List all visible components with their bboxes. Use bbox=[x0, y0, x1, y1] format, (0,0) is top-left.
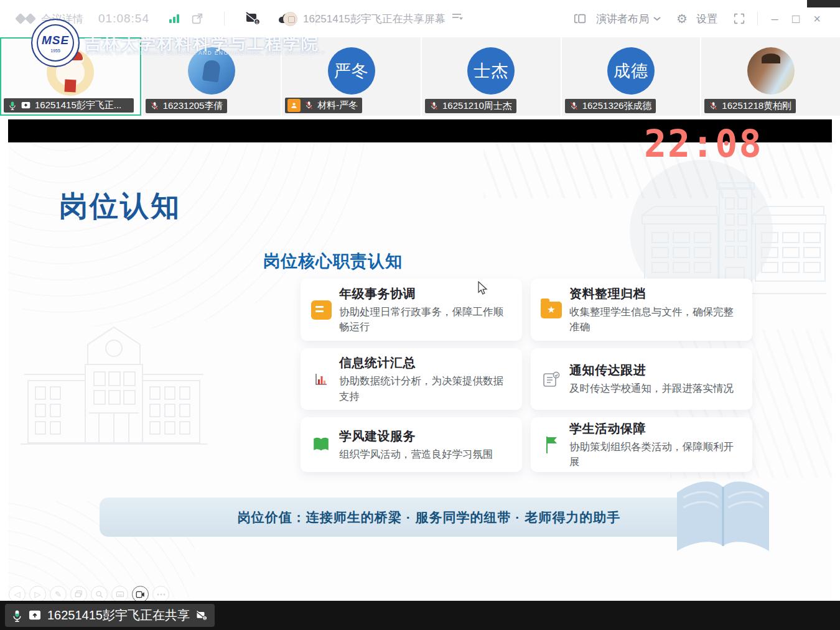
svg-text:6: 6 bbox=[256, 20, 258, 24]
value-banner: 岗位价值：连接师生的桥梁 · 服务同学的纽带 · 老师得力的助手 bbox=[100, 498, 758, 537]
window-maximize-button[interactable]: □ bbox=[785, 12, 806, 26]
slide-subtitle: 岗位核心职责认知 bbox=[263, 250, 403, 272]
participant-name: 16251218黄柏刚 bbox=[722, 100, 791, 112]
more-tools-button[interactable] bbox=[152, 586, 169, 603]
mic-level-icon bbox=[12, 609, 22, 622]
window-minimize-button[interactable]: – bbox=[764, 12, 785, 26]
fullscreen-icon[interactable] bbox=[732, 12, 746, 25]
participant-tile-zhangchengde[interactable]: 成德 16251326张成德 bbox=[562, 37, 701, 116]
participant-tile-huangbaigang[interactable]: 16251218黄柏刚 bbox=[701, 37, 840, 116]
open-external-icon[interactable] bbox=[190, 12, 204, 25]
mic-muted-icon bbox=[569, 101, 579, 111]
flag-icon bbox=[540, 435, 562, 454]
whiteboard-button[interactable] bbox=[111, 586, 128, 603]
background-window-corner bbox=[807, 0, 840, 7]
mic-muted-icon bbox=[150, 101, 159, 111]
card-desc: 协助数据统计分析，为决策提供数据支持 bbox=[339, 373, 513, 404]
card-affairs: 年级事务协调 协助处理日常行政事务，保障工作顺畅运行 bbox=[301, 279, 522, 341]
building-illustration-left bbox=[21, 307, 207, 450]
layout-icon bbox=[572, 12, 587, 25]
window-close-button[interactable]: × bbox=[806, 12, 828, 26]
open-book-icon bbox=[310, 437, 332, 453]
bottom-status-bar: 16251415彭宇飞正在共享 6 bbox=[0, 601, 840, 630]
settings-button[interactable]: 设置 bbox=[696, 12, 717, 26]
mic-muted-icon bbox=[709, 101, 718, 111]
mic-muted-icon bbox=[429, 101, 439, 111]
sharing-status-pill[interactable]: 16251415彭宇飞正在共享 6 bbox=[5, 604, 215, 627]
mic-active-icon bbox=[8, 101, 17, 111]
card-desc: 收集整理学生信息与文件，确保完整准确 bbox=[569, 304, 744, 335]
bar-chart-icon bbox=[310, 372, 332, 387]
card-desc: 协助策划组织各类活动，保障顺利开展 bbox=[569, 439, 744, 470]
participant-name: 16251415彭宇飞正... bbox=[35, 100, 121, 111]
card-study-style: 学风建设服务 组织学风活动，营造良好学习氛围 bbox=[301, 417, 522, 472]
notice-board-icon bbox=[540, 370, 562, 389]
card-notice: 通知传达跟进 及时传达学校通知，并跟进落实情况 bbox=[531, 348, 752, 410]
screen-share-icon bbox=[21, 101, 31, 110]
card-title: 通知传达跟进 bbox=[569, 362, 734, 379]
participant-name: 16231205李倩 bbox=[163, 100, 223, 112]
card-desc: 组织学风活动，营造良好学习氛围 bbox=[339, 447, 493, 461]
meeting-app-logo-icon bbox=[16, 14, 35, 23]
svg-text:6: 6 bbox=[204, 616, 206, 620]
meeting-timer: 01:08:54 bbox=[98, 12, 149, 25]
duty-cards-grid: 年级事务协调 协助处理日常行政事务，保障工作顺畅运行 ★ 资料整理归档 收集整理… bbox=[301, 279, 752, 472]
card-title: 学生活动保障 bbox=[569, 420, 744, 437]
avatar: 士杰 bbox=[467, 47, 515, 95]
screen-share-icon bbox=[28, 609, 42, 621]
card-archive: ★ 资料整理归档 收集整理学生信息与文件，确保完整准确 bbox=[531, 279, 752, 341]
card-activities: 学生活动保障 协助策划组织各类活动，保障顺利开展 bbox=[531, 417, 752, 472]
card-desc: 及时传达学校通知，并跟进落实情况 bbox=[569, 381, 734, 396]
logo-text: MSE bbox=[42, 34, 69, 47]
avatar bbox=[747, 47, 795, 95]
record-disabled-icon: 6 bbox=[195, 610, 208, 621]
avatar: 严冬 bbox=[328, 47, 375, 95]
sharing-title: 16251415彭宇飞正在共享屏幕 bbox=[303, 12, 446, 26]
chevron-down-icon[interactable] bbox=[653, 13, 661, 24]
sharing-options-icon[interactable] bbox=[451, 12, 464, 25]
mic-muted-icon bbox=[304, 101, 314, 110]
participant-name: 材料-严冬 bbox=[317, 100, 358, 111]
participant-name: 16251326张成德 bbox=[582, 100, 652, 112]
sharing-status-text: 16251415彭宇飞正在共享 bbox=[47, 607, 190, 624]
magnifier-button[interactable] bbox=[91, 586, 108, 603]
participant-name-bar: 16251326张成德 bbox=[565, 99, 656, 113]
banner-text: 岗位价值：连接师生的桥梁 · 服务同学的纽带 · 老师得力的助手 bbox=[238, 509, 620, 526]
camera-button[interactable] bbox=[132, 586, 149, 603]
card-title: 信息统计汇总 bbox=[339, 354, 513, 371]
mouse-cursor bbox=[478, 281, 488, 296]
card-desc: 协助处理日常行政事务，保障工作顺畅运行 bbox=[339, 304, 513, 335]
book-illustration bbox=[668, 476, 777, 563]
school-name-en: SCHOOL OF MATERIALS SCIENCE AND ENGINEER… bbox=[86, 50, 325, 56]
participant-name-bar: 16251415彭宇飞正... bbox=[4, 98, 134, 113]
university-seal-logo: MSE 1955 bbox=[31, 19, 80, 67]
participant-name-bar: 16231205李倩 bbox=[146, 99, 228, 113]
card-title: 资料整理归档 bbox=[569, 285, 744, 302]
participant-name-bar: 16251210周士杰 bbox=[425, 99, 516, 113]
participant-name-bar: 16251218黄柏刚 bbox=[704, 99, 796, 113]
gear-icon[interactable]: ⚙ bbox=[676, 11, 688, 26]
calendar-icon bbox=[310, 300, 332, 320]
annotation-toolbar: ◁ ▷ ✎ bbox=[9, 586, 169, 603]
windows-button[interactable] bbox=[70, 586, 87, 603]
slide-title: 岗位认知 bbox=[59, 187, 181, 226]
card-title: 学风建设服务 bbox=[339, 428, 493, 445]
layout-selector[interactable]: 演讲者布局 bbox=[596, 12, 649, 26]
meeting-app-window: 会议详情 01:08:54 6 16251415彭宇飞正在共享屏幕 bbox=[0, 0, 840, 630]
record-disabled-icon[interactable]: 6 bbox=[245, 11, 261, 26]
card-statistics: 信息统计汇总 协助数据统计分析，为决策提供数据支持 bbox=[301, 348, 522, 410]
avatar: 成德 bbox=[607, 47, 655, 95]
network-signal-icon[interactable] bbox=[169, 14, 179, 23]
overlay-clock: 22:08 bbox=[644, 122, 763, 165]
presenter-avatar bbox=[283, 12, 297, 26]
participant-tile-zhoushijie[interactable]: 士杰 16251210周士杰 bbox=[422, 37, 561, 116]
logo-year: 1955 bbox=[50, 49, 60, 53]
prev-slide-button[interactable]: ◁ bbox=[9, 586, 26, 603]
host-badge-icon bbox=[287, 99, 301, 112]
folder-star-icon: ★ bbox=[540, 302, 562, 318]
top-toolbar: 会议详情 01:08:54 6 16251415彭宇飞正在共享屏幕 bbox=[0, 0, 840, 37]
next-slide-button[interactable]: ▷ bbox=[29, 586, 46, 603]
participant-name: 16251210周士杰 bbox=[442, 100, 512, 112]
shared-slide: 岗位认知 岗位核心职责认知 年级事务协调 协助处理日常行政事务，保障工作顺畅运行… bbox=[8, 142, 832, 601]
pen-annotate-button[interactable]: ✎ bbox=[50, 586, 67, 603]
